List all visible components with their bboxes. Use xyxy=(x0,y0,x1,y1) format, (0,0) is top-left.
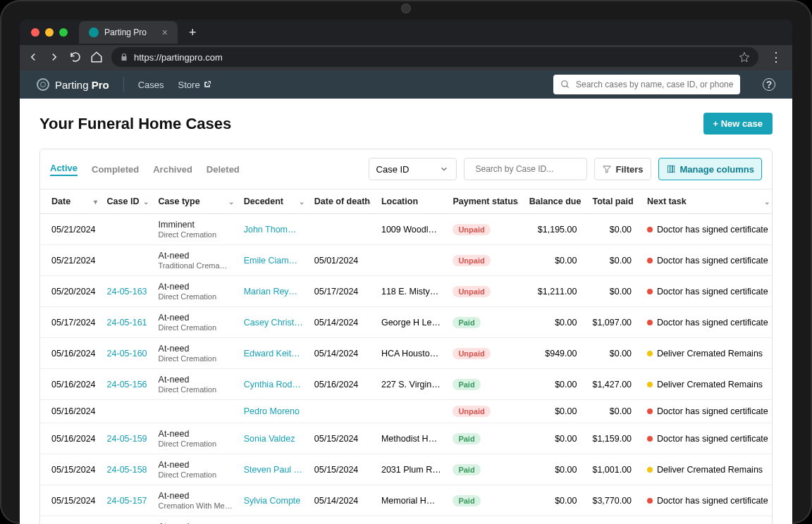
cell-decedent: Steven Paul … xyxy=(238,454,309,485)
table-row[interactable]: 05/15/202424-05-158At-needDirect Cremati… xyxy=(40,454,772,485)
help-icon[interactable]: ? xyxy=(763,78,775,91)
case-id-link[interactable]: 24-05-156 xyxy=(107,380,147,389)
cell-case-id xyxy=(102,400,153,423)
close-tab-icon[interactable]: × xyxy=(162,27,168,38)
table-row[interactable]: 05/16/202424-05-156At-needDirect Cremati… xyxy=(40,369,772,400)
window-minimize-icon[interactable] xyxy=(45,28,54,37)
cell-case-type: At-needDirect Cremation xyxy=(153,307,238,338)
cell-balance: $949.00 xyxy=(524,338,587,369)
brand-logo[interactable]: Parting Pro xyxy=(37,78,109,91)
cell-death: 05/10/2024 xyxy=(309,516,376,525)
manage-columns-button[interactable]: Manage columns xyxy=(658,158,762,180)
table-row[interactable]: 05/21/2024At-needTraditional Crema…Emile… xyxy=(40,245,772,276)
decedent-link[interactable]: Edward Keit… xyxy=(244,349,300,358)
tab-completed[interactable]: Completed xyxy=(92,164,139,175)
tab-deleted[interactable]: Deleted xyxy=(207,164,240,175)
forward-icon[interactable] xyxy=(48,51,61,63)
browser-tab[interactable]: Parting Pro × xyxy=(79,21,178,44)
table-row[interactable]: 05/14/202424-05-163At-needDirect Cremati… xyxy=(40,516,772,525)
nav-store[interactable]: Store xyxy=(178,80,211,90)
cell-location: George H Le… xyxy=(376,307,447,338)
address-bar[interactable]: https://partingpro.com xyxy=(111,47,758,67)
cell-case-type xyxy=(153,400,238,423)
table-row[interactable]: 05/17/202424-05-161At-needDirect Cremati… xyxy=(40,307,772,338)
cell-decedent: Cynthia Rod… xyxy=(238,369,309,400)
table-row[interactable]: 05/16/202424-05-159At-needDirect Cremati… xyxy=(40,423,772,454)
cell-death: 05/17/2024 xyxy=(309,276,376,307)
cell-death: 05/14/2024 xyxy=(309,485,376,516)
th-date-of-death[interactable]: Date of death⌄ xyxy=(309,189,376,214)
decedent-link[interactable]: Sonia Valdez xyxy=(244,434,295,444)
brand-text-thin: Parting xyxy=(55,79,89,91)
window-maximize-icon[interactable] xyxy=(59,28,68,37)
filters-button[interactable]: Filters xyxy=(594,158,651,180)
cell-case-type: ImminentDirect Cremation xyxy=(153,214,238,245)
status-badge: Paid xyxy=(453,464,480,475)
decedent-link[interactable]: Cynthia Rod… xyxy=(244,380,301,389)
new-tab-button[interactable]: + xyxy=(183,25,202,40)
th-total-paid[interactable]: Total paid xyxy=(586,189,641,214)
case-id-link[interactable]: 24-05-158 xyxy=(107,465,147,475)
chevron-down-icon: ⌄ xyxy=(228,198,234,206)
table-row[interactable]: 05/15/202424-05-157At-needCremation With… xyxy=(40,485,772,516)
decedent-link[interactable]: John Thom… xyxy=(244,225,297,235)
th-decedent[interactable]: Decedent⌄ xyxy=(238,189,309,214)
th-balance[interactable]: Balance due xyxy=(524,189,587,214)
decedent-link[interactable]: Marian Rey… xyxy=(244,287,297,297)
th-case-type[interactable]: Case type⌄ xyxy=(153,189,238,214)
cell-next-task: Doctor has signed certificate xyxy=(641,485,772,516)
case-type: Imminent xyxy=(159,220,195,230)
cell-location: Methodist H… xyxy=(376,423,447,454)
back-icon[interactable] xyxy=(27,51,39,63)
search-field-select[interactable]: Case ID xyxy=(369,158,457,180)
filters-label: Filters xyxy=(616,164,644,175)
tab-archived[interactable]: Archived xyxy=(153,164,192,175)
table-search-input[interactable] xyxy=(476,164,582,174)
cell-next-task: Deliver Cremated Remains xyxy=(641,338,772,369)
status-badge: Paid xyxy=(453,495,480,506)
th-next-task[interactable]: Next task⌄ xyxy=(641,189,772,214)
global-search[interactable] xyxy=(553,75,740,94)
table-row[interactable]: 05/16/202424-05-160At-needDirect Cremati… xyxy=(40,338,772,369)
cell-case-type: At-needDirect Cremation xyxy=(153,516,238,525)
cell-payment: Paid xyxy=(447,485,523,516)
cell-total-paid: $0.00 xyxy=(586,338,641,369)
case-id-link[interactable]: 24-05-160 xyxy=(107,349,147,358)
decedent-link[interactable]: Casey Christ… xyxy=(244,318,303,328)
tab-active[interactable]: Active xyxy=(50,163,78,176)
table-search[interactable] xyxy=(464,158,587,180)
global-search-input[interactable] xyxy=(576,80,733,89)
th-case-id[interactable]: Case ID⌄ xyxy=(102,189,153,214)
th-date[interactable]: Date▾ xyxy=(40,189,102,214)
manage-label: Manage columns xyxy=(680,164,754,175)
bookmark-star-icon[interactable] xyxy=(739,51,750,63)
page-title: Your Funeral Home Cases xyxy=(39,115,231,133)
nav-cases[interactable]: Cases xyxy=(138,80,164,90)
home-icon[interactable] xyxy=(90,51,103,63)
th-location[interactable]: Location xyxy=(376,189,447,214)
table-row[interactable]: 05/16/2024Pedro MorenoUnpaid$0.00$0.00Do… xyxy=(40,400,772,423)
case-id-link[interactable]: 24-05-157 xyxy=(107,496,147,506)
case-id-link[interactable]: 24-05-163 xyxy=(107,287,147,297)
case-id-link[interactable]: 24-05-159 xyxy=(107,434,147,444)
decedent-link[interactable]: Emile Ciam… xyxy=(244,256,297,266)
cell-death: 05/14/2024 xyxy=(309,338,376,369)
window-close-icon[interactable] xyxy=(31,28,39,37)
cell-payment: Unpaid xyxy=(447,276,523,307)
cell-total-paid: $1,159.00 xyxy=(586,423,641,454)
search-icon xyxy=(560,80,570,89)
case-id-link[interactable]: 24-05-161 xyxy=(107,318,147,328)
table-row[interactable]: 05/20/202424-05-163At-needDirect Cremati… xyxy=(40,276,772,307)
overflow-menu-icon[interactable]: ⋮ xyxy=(767,49,785,65)
cell-case-id: 24-05-159 xyxy=(102,423,153,454)
th-payment-status[interactable]: Payment status⌄ xyxy=(447,189,523,214)
cell-payment: Paid xyxy=(447,423,523,454)
new-case-button[interactable]: + New case xyxy=(703,113,773,135)
decedent-link[interactable]: Sylvia Compte xyxy=(244,496,301,506)
case-subtype: Direct Cremation xyxy=(159,292,233,301)
cell-payment: Paid xyxy=(447,307,523,338)
decedent-link[interactable]: Steven Paul … xyxy=(244,465,302,475)
table-row[interactable]: 05/21/2024ImminentDirect CremationJohn T… xyxy=(40,214,772,245)
decedent-link[interactable]: Pedro Moreno xyxy=(244,406,300,416)
reload-icon[interactable] xyxy=(69,51,82,63)
